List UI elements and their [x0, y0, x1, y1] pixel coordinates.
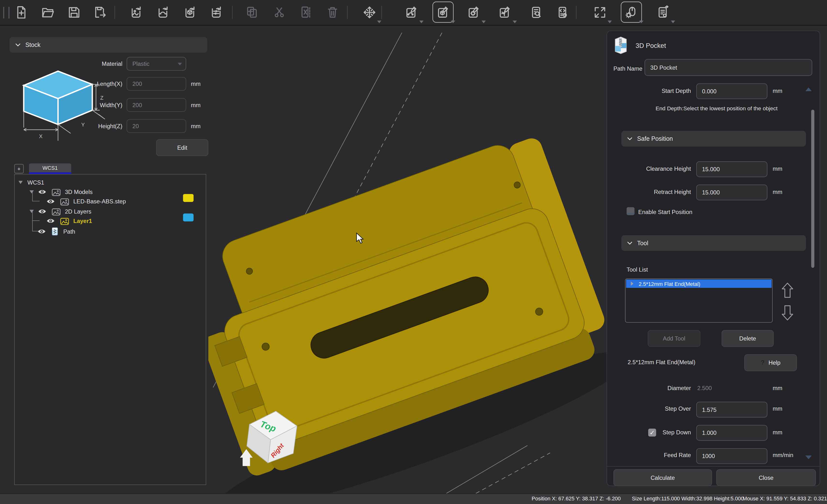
- preview-find-icon[interactable]: [527, 2, 546, 22]
- edit-model-dropdown-icon[interactable]: [451, 20, 455, 23]
- toolbar-grip[interactable]: [3, 7, 9, 18]
- stock-edit-label: Edit: [177, 144, 187, 151]
- delete-icon[interactable]: [322, 2, 342, 22]
- tree-item-label: 3D Models: [65, 189, 93, 195]
- open-file-icon[interactable]: [38, 2, 58, 22]
- step-over-field[interactable]: [696, 402, 767, 417]
- edit-laser-icon[interactable]: [495, 2, 515, 22]
- move-tool-up-button[interactable]: [781, 282, 794, 299]
- transform-dropdown-icon[interactable]: [377, 20, 381, 23]
- panel-title: 3D Pocket: [636, 42, 666, 50]
- width-y-field[interactable]: [127, 98, 186, 112]
- export-settings-icon[interactable]: [653, 2, 673, 22]
- panel-footer-divider: [607, 466, 820, 466]
- viewport-3d[interactable]: Top Right: [208, 25, 606, 493]
- import-image-icon[interactable]: [126, 2, 146, 22]
- edit-vector-dropdown-icon[interactable]: [419, 20, 424, 23]
- close-button[interactable]: Close: [716, 469, 816, 486]
- help-icon: ?: [761, 359, 764, 367]
- add-workspace-button[interactable]: +: [14, 164, 24, 173]
- step-down-unit: mm: [773, 429, 782, 435]
- paste-icon[interactable]: [296, 2, 316, 22]
- safe-position-section-header[interactable]: Safe Position: [621, 131, 806, 147]
- app-window: Top Right Stock Z Y X Material Plastic: [0, 0, 827, 504]
- tool-list[interactable]: 2.5*12mm Flat End(Metal): [625, 279, 773, 322]
- layer-file-icon: [60, 217, 69, 225]
- layer-group-icon: [52, 207, 61, 215]
- edit-vector-icon[interactable]: [401, 2, 422, 22]
- feed-rate-field[interactable]: [696, 448, 767, 464]
- import-toolpath-icon[interactable]: [206, 2, 226, 22]
- expand-icon[interactable]: [631, 282, 633, 286]
- tool-section-title: Tool: [637, 240, 648, 246]
- main-toolbar: [0, 0, 827, 26]
- tab-wcs1[interactable]: WCS1: [29, 163, 71, 172]
- edit-laser-dropdown-icon[interactable]: [513, 20, 517, 23]
- length-x-label: Length(X): [53, 81, 123, 87]
- mouse-settings-icon[interactable]: [621, 2, 641, 22]
- visibility-eye-icon[interactable]: [46, 198, 55, 205]
- save-as-file-icon[interactable]: [90, 2, 110, 22]
- stock-axis-z: Z: [100, 95, 103, 101]
- add-tool-button[interactable]: Add Tool: [648, 330, 700, 347]
- height-z-field[interactable]: [127, 119, 186, 133]
- edit-model-icon[interactable]: [433, 2, 453, 22]
- status-position: Position X: 67.625 Y: 38.317 Z: -6.200: [532, 496, 621, 501]
- tree-item-label: Path: [63, 228, 75, 235]
- tool-section-header[interactable]: Tool: [621, 235, 806, 251]
- edit-rotary-icon[interactable]: [464, 2, 484, 22]
- tree-item-led-base[interactable]: LED-Base-ABS.step: [46, 197, 126, 206]
- new-file-icon[interactable]: [11, 2, 31, 22]
- duplicate-icon[interactable]: [242, 2, 262, 22]
- feed-rate-label: Feed Rate: [615, 452, 691, 458]
- status-size: Size Length:115.000 Width:32.998 Height:…: [632, 496, 744, 501]
- delete-tool-button[interactable]: Delete: [722, 330, 774, 347]
- scroll-down-icon[interactable]: [806, 455, 812, 459]
- mouse-settings-dropdown-icon[interactable]: [639, 20, 643, 23]
- import-vector-icon[interactable]: [153, 2, 173, 22]
- workspace-tree: WCS1 3D Models LED-Base-ABS.step 2D Laye…: [14, 174, 206, 485]
- visibility-eye-icon[interactable]: [38, 228, 46, 235]
- stock-edit-button[interactable]: Edit: [156, 139, 208, 156]
- panel-scrollbar[interactable]: [811, 109, 815, 268]
- height-z-unit: mm: [191, 123, 201, 129]
- retract-height-field[interactable]: [696, 185, 767, 200]
- stock-section-header[interactable]: Stock: [9, 37, 207, 53]
- gcode-history-icon[interactable]: [553, 2, 573, 22]
- stock-axis-x: X: [39, 133, 43, 139]
- path-name-field[interactable]: [644, 59, 812, 76]
- start-depth-field[interactable]: [696, 83, 767, 99]
- transform-move-icon[interactable]: [359, 2, 379, 22]
- help-button[interactable]: ? Help: [744, 354, 797, 371]
- tree-item-path[interactable]: Path: [38, 226, 75, 236]
- length-x-field[interactable]: [127, 77, 186, 91]
- tree-connector: [32, 192, 40, 201]
- material-select[interactable]: Plastic: [127, 57, 186, 70]
- move-tool-down-button[interactable]: [781, 304, 794, 322]
- fit-view-dropdown-icon[interactable]: [607, 20, 612, 23]
- tool-list-item-label: 2.5*12mm Flat End(Metal): [639, 281, 700, 287]
- step-down-field[interactable]: [696, 425, 767, 441]
- clearance-height-field[interactable]: [696, 161, 767, 177]
- material-label: Material: [53, 61, 123, 67]
- tree-item-label: Layer1: [73, 218, 92, 224]
- tree-item-layer1[interactable]: Layer1: [46, 216, 92, 225]
- calculate-button[interactable]: Calculate: [613, 469, 712, 486]
- stock-section-title: Stock: [26, 42, 41, 48]
- cut-icon[interactable]: [269, 2, 289, 22]
- collapse-icon[interactable]: [18, 181, 22, 184]
- scroll-up-icon[interactable]: [806, 88, 812, 91]
- visibility-eye-icon[interactable]: [46, 218, 55, 224]
- start-depth-unit: mm: [773, 88, 782, 94]
- model-color-swatch[interactable]: [183, 194, 194, 202]
- edit-rotary-dropdown-icon[interactable]: [482, 20, 486, 23]
- enable-start-position-checkbox[interactable]: [627, 207, 635, 215]
- tool-list-item-selected[interactable]: 2.5*12mm Flat End(Metal): [626, 279, 772, 288]
- layer-color-swatch[interactable]: [183, 213, 194, 221]
- tree-item-wcs1[interactable]: WCS1: [18, 178, 44, 187]
- save-file-icon[interactable]: [64, 2, 84, 22]
- path-name-label: Path Name: [613, 65, 642, 71]
- import-model-icon[interactable]: [180, 2, 200, 22]
- export-settings-dropdown-icon[interactable]: [671, 20, 675, 23]
- fit-view-icon[interactable]: [590, 2, 610, 22]
